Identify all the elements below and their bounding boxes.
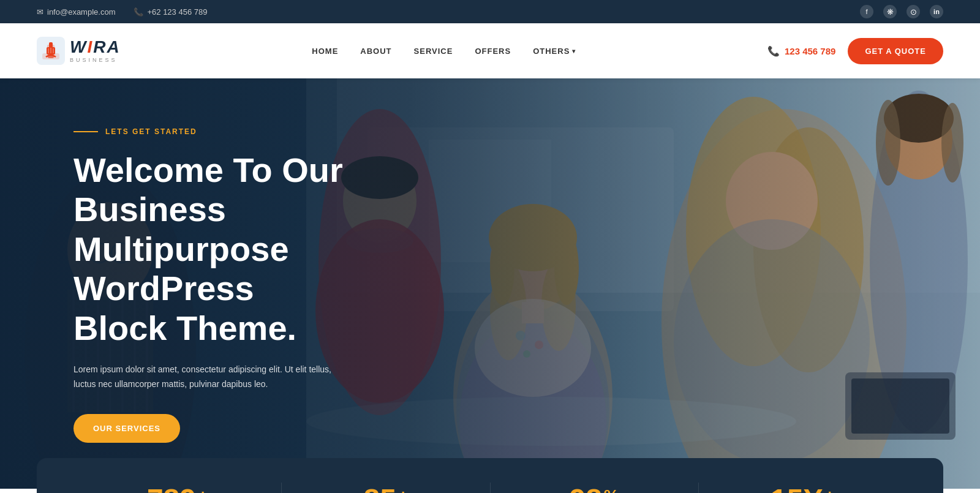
navbar: WIRA BUSINESS HOME ABOUT SERVICE OFFERS …: [0, 23, 980, 78]
get-quote-button[interactable]: GET A QUOTE: [848, 38, 943, 64]
stat-reviews: 98 % Positive Reviews: [490, 483, 698, 493]
hero-subtitle-text: LETS GET STARTED: [105, 127, 197, 136]
top-bar: ✉ info@example.com 📞 +62 123 456 789 f ❋…: [0, 0, 980, 23]
nav-others[interactable]: OTHERS ▾: [533, 47, 576, 56]
phone-text: +62 123 456 789: [147, 7, 207, 17]
phone-contact: 📞 +62 123 456 789: [134, 7, 207, 17]
stats-bar: 789 + Projects Done 85 + In House Team 9…: [37, 458, 943, 493]
top-bar-contact: ✉ info@example.com 📞 +62 123 456 789: [37, 7, 207, 17]
logo-icon: [37, 37, 65, 65]
stat-projects: 789 + Projects Done: [74, 483, 281, 493]
stat-reviews-suffix: %: [604, 486, 619, 493]
logo[interactable]: WIRA BUSINESS: [37, 37, 121, 65]
chevron-down-icon: ▾: [572, 48, 576, 55]
hero-subtitle: LETS GET STARTED: [74, 127, 355, 136]
logo-text: WIRA BUSINESS: [70, 39, 121, 63]
others-label: OTHERS: [533, 47, 570, 56]
stat-projects-suffix: +: [198, 486, 208, 493]
stat-projects-value: 789: [147, 483, 196, 493]
email-text: info@example.com: [47, 7, 115, 17]
nav-about[interactable]: ABOUT: [360, 47, 391, 56]
logo-svg-icon: [40, 40, 62, 62]
nav-service[interactable]: SERVICE: [414, 47, 453, 56]
nav-right: 📞 123 456 789 GET A QUOTE: [767, 38, 943, 64]
nav-phone[interactable]: 📞 123 456 789: [767, 45, 835, 57]
hero-title-line2: Multipurpose WordPress: [74, 230, 289, 307]
our-services-button[interactable]: OUR SERVICES: [74, 414, 180, 443]
instagram-icon[interactable]: ⊙: [907, 5, 920, 18]
nav-offers[interactable]: OFFERS: [475, 47, 511, 56]
nav-phone-number: 123 456 789: [785, 46, 835, 56]
email-contact: ✉ info@example.com: [37, 7, 115, 17]
stat-projects-number: 789 +: [74, 483, 281, 493]
hero-content: LETS GET STARTED Welcome To Our Business…: [0, 78, 429, 489]
stat-experience: 15Y + Business Experience: [698, 483, 907, 493]
logo-name: WIRA: [70, 39, 121, 56]
hero-title-line3: Block Theme.: [74, 309, 296, 347]
hero-section: LETS GET STARTED Welcome To Our Business…: [0, 78, 980, 489]
stat-experience-value: 15Y: [771, 483, 823, 493]
hero-description: Lorem ipsum dolor sit amet, consectetur …: [74, 363, 355, 392]
svg-rect-4: [48, 55, 54, 58]
logo-sub: BUSINESS: [70, 57, 121, 63]
stat-experience-number: 15Y +: [699, 483, 907, 493]
nav-home[interactable]: HOME: [312, 47, 338, 56]
stat-team-number: 85 +: [282, 483, 489, 493]
stat-team: 85 + In House Team: [281, 483, 489, 493]
stat-team-suffix: +: [398, 486, 408, 493]
hero-title-line1: Welcome To Our Business: [74, 151, 343, 228]
nav-links: HOME ABOUT SERVICE OFFERS OTHERS ▾: [312, 47, 576, 56]
email-icon: ✉: [37, 7, 43, 17]
stat-team-value: 85: [364, 483, 396, 493]
linkedin-icon[interactable]: in: [930, 5, 943, 18]
phone-icon: 📞: [134, 7, 143, 17]
facebook-icon[interactable]: f: [860, 5, 873, 18]
hero-title: Welcome To Our Business Multipurpose Wor…: [74, 151, 355, 348]
phone-red-icon: 📞: [767, 45, 780, 57]
stat-reviews-number: 98 %: [491, 483, 698, 493]
stat-experience-suffix: +: [824, 486, 834, 493]
stat-reviews-value: 98: [569, 483, 601, 493]
dribbble-icon[interactable]: ❋: [883, 5, 897, 18]
social-links: f ❋ ⊙ in: [860, 5, 943, 18]
